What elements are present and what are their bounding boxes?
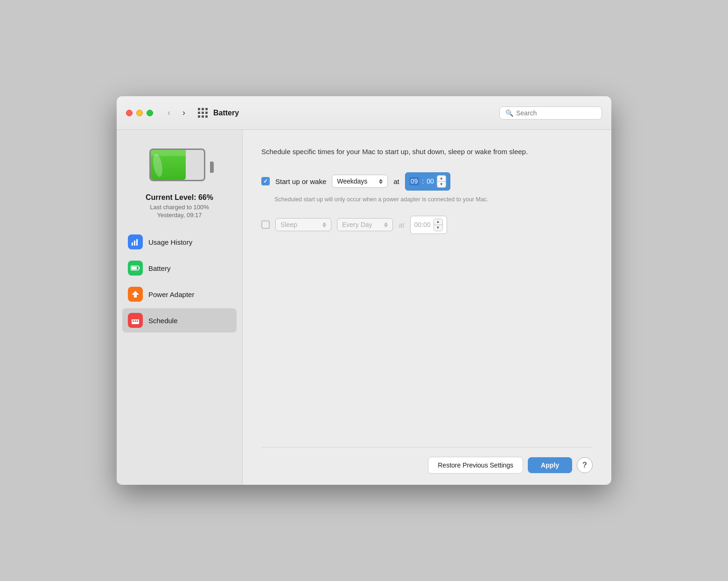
startup-dropdown[interactable]: Weekdays — [332, 175, 388, 188]
close-button[interactable] — [126, 110, 133, 116]
footer: Restore Previous Settings Apply ? — [261, 447, 593, 474]
stepper-up[interactable]: ▲ — [437, 176, 446, 181]
sleep-action-arrow — [322, 222, 326, 227]
svg-rect-11 — [133, 320, 134, 322]
startup-at-label: at — [393, 177, 399, 185]
startup-label: Start up or wake — [275, 177, 326, 185]
sleep-row: Sleep Every Day at 00:00 — [261, 216, 593, 234]
arrow-up-icon — [379, 179, 383, 181]
time-stepper: ▲ ▼ — [437, 175, 446, 188]
checkmark-icon: ✓ — [263, 178, 268, 184]
svg-rect-2 — [136, 239, 138, 246]
grid-dot — [205, 112, 208, 114]
search-box[interactable]: 🔍 — [499, 106, 602, 120]
content-area: Current Level: 66% Last charged to 100% … — [117, 130, 611, 485]
traffic-lights — [126, 110, 153, 116]
svg-rect-4 — [139, 267, 140, 269]
svg-rect-5 — [132, 267, 137, 269]
svg-marker-6 — [132, 291, 139, 298]
battery-info: Current Level: 66% Last charged to 100% … — [146, 193, 213, 219]
battery-icon — [149, 149, 210, 186]
sleep-stepper-up: ▲ — [434, 219, 442, 225]
sidebar-item-label-schedule: Schedule — [148, 317, 178, 325]
arrow-up-icon-dim2 — [384, 222, 388, 225]
usage-history-icon — [128, 234, 143, 249]
maximize-button[interactable] — [147, 110, 153, 116]
main-panel: Schedule specific times for your Mac to … — [243, 130, 611, 485]
svg-rect-13 — [137, 320, 138, 322]
grid-dot — [202, 108, 204, 110]
sidebar-item-label-power-adapter: Power Adapter — [148, 290, 194, 298]
grid-dot — [198, 108, 200, 110]
sidebar-item-schedule[interactable]: Schedule — [122, 308, 237, 333]
svg-rect-8 — [132, 318, 139, 319]
time-hour: 09 — [409, 177, 420, 185]
svg-rect-12 — [135, 320, 136, 322]
startup-time-field[interactable]: 09 : 00 ▲ ▼ — [405, 172, 450, 191]
battery-body — [149, 149, 205, 181]
sidebar-item-label-battery: Battery — [148, 264, 171, 272]
time-colon: : — [422, 177, 424, 185]
startup-note: Scheduled start up will only occur when … — [274, 196, 593, 203]
sleep-action-dropdown: Sleep — [275, 218, 331, 231]
search-input[interactable] — [516, 109, 596, 117]
back-button[interactable]: ‹ — [162, 106, 175, 120]
startup-dropdown-arrow — [379, 179, 383, 184]
grid-dot — [202, 112, 204, 114]
main-window: ‹ › Battery 🔍 — [117, 96, 611, 485]
svg-rect-0 — [132, 242, 133, 246]
titlebar: ‹ › Battery 🔍 — [117, 96, 611, 130]
arrow-down-icon-dim — [322, 225, 326, 227]
sidebar-item-battery[interactable]: Battery — [122, 256, 237, 280]
sleep-schedule-arrow — [384, 222, 388, 227]
battery-cap — [210, 162, 214, 173]
sleep-action-value: Sleep — [280, 221, 319, 228]
sidebar: Current Level: 66% Last charged to 100% … — [117, 130, 243, 485]
svg-rect-1 — [134, 241, 135, 246]
sidebar-item-power-adapter[interactable]: Power Adapter — [122, 282, 237, 306]
forward-button[interactable]: › — [177, 106, 190, 120]
sleep-schedule-dropdown: Every Day — [337, 218, 393, 231]
stepper-down[interactable]: ▼ — [437, 182, 446, 187]
startup-dropdown-value: Weekdays — [337, 177, 375, 185]
current-level: Current Level: 66% — [146, 193, 213, 202]
grid-dot — [198, 115, 200, 118]
time-min: 00 — [427, 177, 434, 185]
arrow-down-icon-dim2 — [384, 225, 388, 227]
nav-buttons: ‹ › — [162, 106, 190, 120]
startup-row: ✓ Start up or wake Weekdays at 09 : 00 — [261, 172, 593, 191]
sleep-at-label: at — [399, 221, 405, 229]
svg-rect-10 — [137, 317, 138, 319]
last-charged: Last charged to 100% — [146, 204, 213, 211]
apply-button[interactable]: Apply — [528, 457, 572, 473]
sidebar-item-usage-history[interactable]: Usage History — [122, 230, 237, 254]
sleep-stepper-down: ▼ — [434, 225, 442, 231]
grid-dot — [205, 108, 208, 110]
grid-dot — [205, 115, 208, 118]
grid-icon[interactable] — [198, 108, 208, 118]
sidebar-item-label-usage-history: Usage History — [148, 238, 192, 246]
help-button[interactable]: ? — [577, 457, 593, 473]
sleep-time-field: 00:00 ▲ ▼ — [410, 216, 447, 234]
arrow-down-icon — [379, 182, 383, 184]
last-charged-time: Yesterday, 09:17 — [146, 212, 213, 219]
sleep-time-value: 00:00 — [414, 221, 431, 228]
startup-checkbox[interactable]: ✓ — [261, 177, 270, 185]
search-icon: 🔍 — [505, 109, 513, 117]
window-title: Battery — [213, 109, 239, 117]
sleep-time-stepper: ▲ ▼ — [434, 219, 443, 231]
svg-rect-9 — [133, 317, 134, 319]
restore-button[interactable]: Restore Previous Settings — [428, 457, 523, 474]
grid-dot — [198, 112, 200, 114]
power-adapter-icon — [128, 287, 143, 302]
schedule-icon — [128, 313, 143, 328]
sidebar-nav: Usage History Battery — [117, 230, 242, 334]
sleep-checkbox[interactable] — [261, 220, 270, 229]
description-text: Schedule specific times for your Mac to … — [261, 147, 579, 157]
minimize-button[interactable] — [136, 110, 143, 116]
grid-dot — [202, 115, 204, 118]
sleep-schedule-value: Every Day — [342, 221, 380, 228]
arrow-up-icon-dim — [322, 222, 326, 225]
battery-nav-icon — [128, 261, 143, 276]
